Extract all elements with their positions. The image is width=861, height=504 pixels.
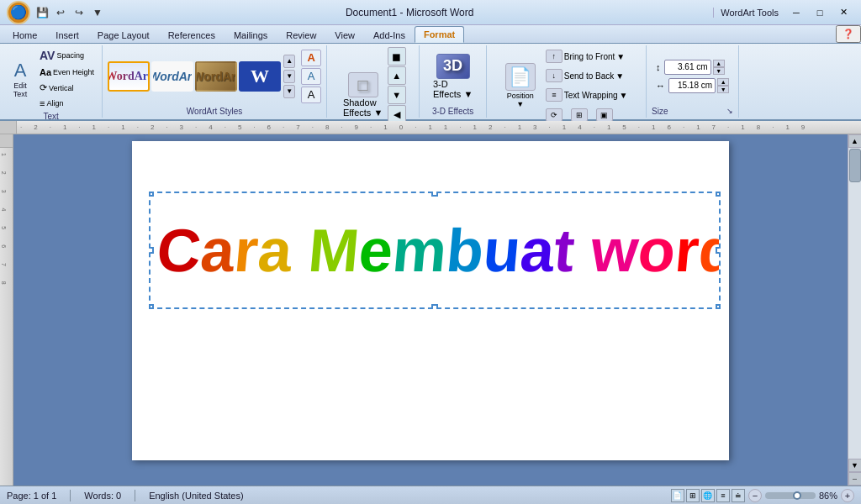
right-scrollbar: ▲ ▼ ─ [848,134,861,486]
arrange-group: 📄 Position ▼ ↑ Bring to Front ▼ ↓ Send t… [487,45,647,118]
wordart-style-4[interactable]: W [239,61,281,92]
help-button[interactable]: ❓ [836,25,861,43]
zoom-thumb[interactable] [793,491,801,500]
gallery-scroll-up[interactable]: ▲ [283,55,295,68]
effects-button[interactable]: A [301,87,321,103]
shadow-on-btn[interactable]: ◼ [388,47,406,66]
maximize-button[interactable]: □ [809,4,831,21]
height-spin-down[interactable]: ▼ [713,67,725,75]
zoom-in-button[interactable]: + [841,489,854,502]
height-icon: ↕ [656,62,661,72]
wordart-text: Cara Membuat word art [149,220,721,281]
split-button[interactable]: ─ [848,472,862,486]
position-button[interactable]: 📄 Position ▼ [502,62,539,109]
outline-view-button[interactable]: ≡ [716,489,730,502]
handle-top-middle[interactable] [431,192,438,197]
send-to-back-button[interactable]: ↓ Send to Back ▼ [542,66,631,85]
status-divider-1 [70,490,71,501]
edit-text-icon: A [14,60,27,81]
rotate-icon: ⟳ [546,108,563,122]
handle-bottom-right[interactable] [716,304,721,309]
3d-effects-group-label: 3-D Effects [432,105,473,116]
tab-mailings[interactable]: Mailings [224,26,277,43]
wordart-gallery: WordArt WordArt WordArt W [108,61,281,92]
width-spin-up[interactable]: ▲ [717,78,729,86]
ruler-corner[interactable] [0,121,17,134]
handle-bottom-middle[interactable] [431,304,438,309]
draft-view-button[interactable]: ≐ [732,489,745,502]
tab-add-ins[interactable]: Add-Ins [364,26,415,43]
edit-text-button[interactable]: A EditText [5,55,35,102]
spacing-button[interactable]: AV Spacing [37,47,97,64]
tab-home[interactable]: Home [3,26,46,43]
text-wrapping-icon: ≡ [546,88,563,102]
tab-format[interactable]: Format [415,26,464,43]
vertical-text-button[interactable]: ⟳ Vertical [37,81,97,95]
even-height-button[interactable]: Aa Even Height [37,66,97,79]
bring-to-front-button[interactable]: ↑ Bring to Front ▼ [542,47,631,66]
wordart-style-1[interactable]: WordArt [108,61,150,92]
main-area: 1 2 3 4 5 6 7 8 Cara Membuat word art [0,134,861,486]
handle-bottom-left[interactable] [149,304,154,309]
redo-qat-button[interactable]: ↪ [71,4,87,21]
close-button[interactable]: ✕ [832,4,854,21]
words-count: Words: 0 [84,491,121,501]
text-wrapping-button[interactable]: ≡ Text Wrapping ▼ [542,86,631,104]
gallery-scroll: ▲ ▼ ▼ [283,55,295,98]
size-expand-button[interactable]: ↘ [726,107,733,115]
align-label: Align [46,99,63,108]
char-b: b [444,217,487,284]
handle-top-left[interactable] [149,192,154,197]
scrollbar-thumb[interactable] [849,149,861,182]
gallery-scroll-down[interactable]: ▼ [283,85,295,98]
height-input[interactable] [664,60,711,75]
scrollbar-track[interactable] [848,148,862,459]
tab-references[interactable]: References [159,26,224,43]
scroll-up-button[interactable]: ▲ [848,134,862,148]
size-group: ↕ ▲ ▼ ↔ ▲ ▼ Size ↘ [647,45,739,118]
zoom-out-button[interactable]: − [748,489,762,502]
minimize-button[interactable]: ─ [785,4,807,21]
width-icon: ↔ [656,81,665,91]
title-bar: 🔵 💾 ↩ ↪ ▼ Document1 - Microsoft Word Wor… [0,0,861,25]
customize-qat-button[interactable]: ▼ [89,4,106,21]
shadow-effects-group: □ ShadowEffects ▼ ◼ ▲ ▼ ◀ ▶ Shadow Effec… [327,45,420,118]
char-C: C [155,217,204,284]
width-field: ↔ ▲ ▼ [656,78,729,93]
zoom-slider[interactable] [765,492,816,499]
undo-qat-button[interactable]: ↩ [52,4,69,21]
char-o: o [636,217,679,284]
web-layout-button[interactable]: 🌐 [701,489,715,502]
3d-effects-button[interactable]: 3D 3-DEffects ▼ [430,53,476,100]
char-m: m [390,217,450,284]
shadow-effects-button[interactable]: □ ShadowEffects ▼ [341,71,386,118]
wordart-container[interactable]: Cara Membuat word art [149,192,721,309]
language-indicator[interactable]: English (United States) [149,491,244,501]
save-qat-button[interactable]: 💾 [34,4,50,21]
width-input[interactable] [668,78,716,93]
gallery-scroll-more[interactable]: ▼ [283,70,295,83]
wordart-style-3[interactable]: WordArt [195,61,237,92]
shadow-up-btn[interactable]: ▲ [388,66,406,85]
tab-page-layout[interactable]: Page Layout [88,26,159,43]
wordart-style-2[interactable]: WordArt [151,61,193,92]
vertical-text-icon: ⟳ [40,82,47,93]
shadow-down-btn[interactable]: ▼ [388,86,406,104]
shadow-effects-label: ShadowEffects ▼ [343,97,383,118]
tab-view[interactable]: View [325,26,364,43]
fill-color-button[interactable]: A [301,50,321,66]
office-logo[interactable]: 🔵 [7,1,30,24]
print-layout-button[interactable]: 📄 [671,489,684,502]
title-bar-left: 🔵 💾 ↩ ↪ ▼ [7,1,106,24]
align-button[interactable]: ≡ Align [37,97,97,110]
send-back-label: Send to Back [564,71,614,81]
full-screen-button[interactable]: ⊞ [686,489,700,502]
tab-review[interactable]: Review [277,26,325,43]
outline-color-button[interactable]: A [301,68,321,85]
width-spin-down[interactable]: ▼ [717,86,729,93]
scroll-down-button[interactable]: ▼ [848,459,862,472]
handle-top-right[interactable] [716,192,721,197]
tab-insert[interactable]: Insert [46,26,88,43]
height-spin-up[interactable]: ▲ [713,60,725,67]
format-color-buttons: A A A [301,50,321,103]
